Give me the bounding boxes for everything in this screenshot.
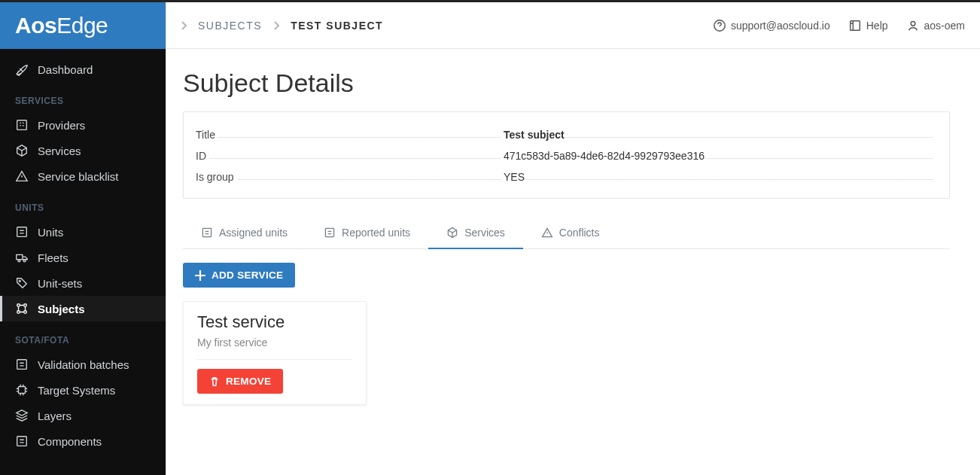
- sidebar-section-sotafota: SOTA/FOTA: [0, 321, 166, 352]
- add-service-button[interactable]: ADD SERVICE: [183, 263, 295, 288]
- service-card: Test service My first service REMOVE: [183, 301, 367, 405]
- breadcrumb: SUBJECTS TEST SUBJECT: [180, 20, 702, 32]
- sidebar-item-service-blacklist[interactable]: Service blacklist: [0, 163, 166, 189]
- support-link[interactable]: support@aoscloud.io: [713, 19, 830, 32]
- detail-value: 471c583d-5a89-4de6-82d4-9929793ee316: [501, 150, 705, 162]
- layers-icon: [15, 409, 29, 422]
- detail-value: Test subject: [501, 129, 565, 141]
- sidebar-item-label: Target Systems: [38, 384, 115, 397]
- tab-services[interactable]: Services: [428, 218, 523, 249]
- details-panel: Title Test subject ID 471c583d-5a89-4de6…: [183, 111, 950, 199]
- list-icon: [201, 227, 213, 239]
- building-icon: [15, 118, 29, 132]
- sidebar-item-label: Units: [38, 226, 63, 239]
- sidebar-item-layers[interactable]: Layers: [0, 403, 166, 428]
- logo[interactable]: AosEdge: [0, 2, 166, 49]
- remove-service-button[interactable]: REMOVE: [197, 369, 283, 394]
- service-card-subtitle: My first service: [197, 336, 352, 360]
- sidebar-item-label: Fleets: [38, 251, 68, 264]
- user-menu[interactable]: aos-oem: [906, 19, 965, 32]
- cube-icon: [446, 227, 458, 239]
- sidebar-item-label: Service blacklist: [38, 170, 119, 183]
- chevron-right-icon: [272, 20, 280, 31]
- detail-label: Is group: [196, 171, 501, 183]
- sidebar-item-services[interactable]: Services: [0, 138, 166, 163]
- detail-label: Title: [196, 129, 501, 141]
- warning-icon: [15, 169, 29, 183]
- rocket-icon: [15, 62, 29, 76]
- tab-assigned-units[interactable]: Assigned units: [183, 218, 306, 249]
- detail-row-title: Title Test subject: [196, 124, 933, 145]
- nodes-icon: [15, 302, 29, 315]
- sidebar-item-target-systems[interactable]: Target Systems: [0, 377, 166, 403]
- sidebar-item-fleets[interactable]: Fleets: [0, 245, 166, 270]
- chip-icon: [15, 383, 29, 397]
- list-icon: [324, 227, 336, 239]
- sidebar-item-unit-sets[interactable]: Unit-sets: [0, 270, 166, 296]
- trash-icon: [209, 376, 220, 387]
- detail-row-id: ID 471c583d-5a89-4de6-82d4-9929793ee316: [196, 145, 933, 166]
- sidebar-item-label: Subjects: [38, 303, 85, 315]
- book-icon: [848, 19, 862, 32]
- truck-icon: [15, 251, 29, 264]
- service-card-title: Test service: [197, 312, 352, 332]
- list-icon: [15, 358, 29, 371]
- topbar-actions: support@aoscloud.io Help aos-oem: [713, 19, 965, 32]
- breadcrumb-subjects[interactable]: SUBJECTS: [198, 20, 262, 32]
- sidebar-item-label: Layers: [38, 410, 72, 422]
- topbar: SUBJECTS TEST SUBJECT support@aoscloud.i…: [166, 2, 980, 49]
- help-link[interactable]: Help: [848, 19, 888, 32]
- sidebar-item-label: Unit-sets: [38, 277, 82, 290]
- sidebar-item-label: Components: [38, 435, 102, 448]
- sidebar-item-dashboard[interactable]: Dashboard: [0, 56, 166, 82]
- help-circle-icon: [713, 19, 726, 32]
- main: SUBJECTS TEST SUBJECT support@aoscloud.i…: [166, 2, 980, 475]
- sidebar-item-label: Dashboard: [38, 63, 93, 76]
- detail-label: ID: [196, 150, 501, 162]
- tab-reported-units[interactable]: Reported units: [306, 218, 428, 249]
- chevron-right-icon: [180, 20, 187, 31]
- detail-row-group: Is group YES: [196, 166, 933, 187]
- cube-icon: [15, 144, 29, 157]
- sidebar-item-label: Providers: [38, 119, 85, 132]
- list-icon: [15, 225, 29, 239]
- sidebar-section-services: SERVICES: [0, 82, 166, 112]
- content: Subject Details Title Test subject ID 47…: [166, 49, 980, 475]
- page-title: Subject Details: [183, 69, 950, 98]
- tabs: Assigned units Reported units Services C…: [183, 217, 950, 249]
- warning-icon: [541, 227, 553, 239]
- sidebar-item-units[interactable]: Units: [0, 219, 166, 245]
- tag-icon: [15, 276, 29, 290]
- sidebar: AosEdge Dashboard SERVICES Providers Ser…: [0, 2, 166, 475]
- sidebar-item-subjects[interactable]: Subjects: [0, 296, 166, 321]
- sidebar-item-label: Validation batches: [38, 358, 129, 371]
- plus-icon: [195, 270, 205, 281]
- user-icon: [906, 19, 920, 32]
- list-icon: [15, 434, 29, 448]
- tab-conflicts[interactable]: Conflicts: [523, 218, 618, 249]
- sidebar-section-units: UNITS: [0, 189, 166, 219]
- breadcrumb-current: TEST SUBJECT: [291, 20, 383, 32]
- detail-value: YES: [501, 171, 525, 183]
- tab-content-services: ADD SERVICE Test service My first servic…: [183, 249, 950, 405]
- sidebar-item-validation-batches[interactable]: Validation batches: [0, 352, 166, 377]
- sidebar-item-label: Services: [38, 145, 81, 157]
- sidebar-item-components[interactable]: Components: [0, 428, 166, 454]
- sidebar-item-providers[interactable]: Providers: [0, 112, 166, 138]
